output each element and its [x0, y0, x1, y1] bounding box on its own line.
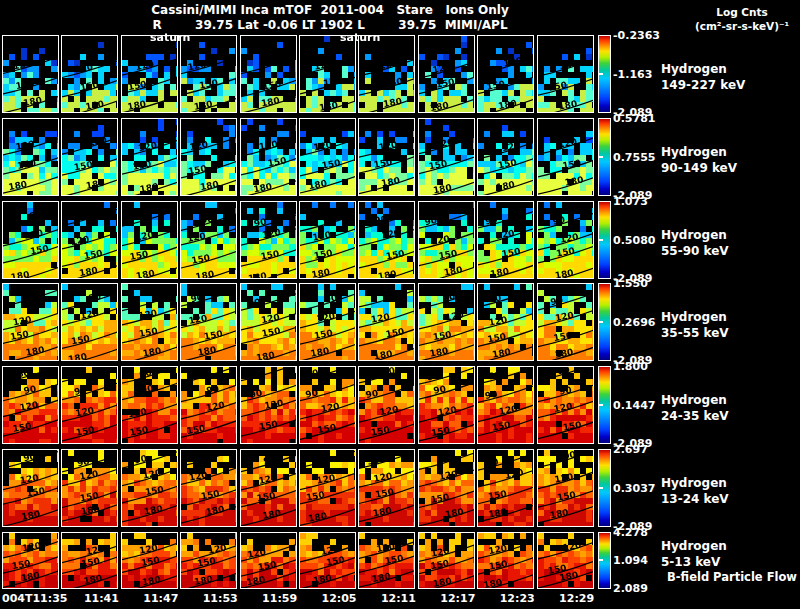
spectrogram-panel [477, 283, 534, 361]
spectrogram-panel [537, 449, 594, 527]
energy-range-label: 55-90 keV [661, 243, 729, 259]
spectrogram-panel [299, 118, 356, 196]
colorbar [598, 366, 611, 444]
spectrogram-panel [121, 449, 178, 527]
spectrogram-panel [61, 35, 118, 113]
bfield-particle-flow-label: B-field Particle Flow [667, 570, 797, 584]
species-label: Hydrogen [661, 309, 729, 325]
colorbar-mid-label: -1.163 [613, 68, 652, 81]
time-tick-label: 12:29 [547, 592, 606, 605]
spectrogram-panel [418, 283, 475, 361]
saturn-annotation-right: saturn [340, 31, 380, 44]
colorbar-max-label: 1.800 [613, 360, 648, 373]
spectrogram-panel [240, 201, 297, 279]
colorbar-mid-label: 0.7555 [613, 150, 655, 163]
spectrogram-row: 0.57810.7555-2.089Hydrogen90-149 keV [0, 118, 800, 196]
energy-channel-label: Hydrogen24-35 keV [661, 392, 729, 424]
colorbar-mid-label: 1.094 [613, 554, 648, 567]
time-tick-label: 11:53 [191, 592, 250, 605]
colorbar [598, 118, 611, 196]
energy-channel-label: Hydrogen35-55 keV [661, 309, 729, 341]
spectrogram-panel [2, 201, 59, 279]
spectrogram-panel [537, 118, 594, 196]
spectrogram-panel [418, 532, 475, 589]
spectrogram-panel [121, 118, 178, 196]
spectrogram-panel [299, 449, 356, 527]
spectrogram-panel [477, 201, 534, 279]
spectrogram-panel [418, 35, 475, 113]
energy-range-label: 35-55 keV [661, 325, 729, 341]
spectrogram-panel [299, 35, 356, 113]
spectrogram-panel [418, 366, 475, 444]
spectrogram-panel [477, 35, 534, 113]
time-tick-label: 004T11:35 [2, 592, 72, 605]
time-tick-label: 11:47 [131, 592, 190, 605]
species-label: Hydrogen [661, 144, 737, 160]
spectrogram-row: 1.8000.1447-2.089Hydrogen24-35 keV [0, 366, 800, 444]
energy-range-label: 90-149 keV [661, 160, 737, 176]
species-label: Hydrogen [661, 475, 729, 491]
colorbar-max-label: 1.550 [613, 278, 648, 291]
colorbar-mid-tick [599, 404, 603, 406]
colorbar-max-label: 1.073 [613, 195, 648, 208]
spectrogram-panel [180, 201, 237, 279]
spectrogram-panel [537, 35, 594, 113]
spectrogram-panel [2, 532, 59, 589]
energy-range-label: 24-35 keV [661, 408, 729, 424]
spectrogram-panel [537, 283, 594, 361]
spectrogram-panel [2, 283, 59, 361]
spectrogram-panel [358, 449, 415, 527]
spectrogram-panel [61, 449, 118, 527]
spectrogram-panel [121, 532, 178, 589]
spectrogram-panel [2, 366, 59, 444]
spectrogram-panel [299, 532, 356, 589]
colorbar-min-label: 2.089 [613, 582, 648, 595]
colorbar [598, 449, 611, 527]
spectrogram-row: -0.2363-1.163-2.089Hydrogen149-227 keV [0, 35, 800, 113]
colorbar-mid-label: 0.1447 [613, 399, 655, 412]
colorbar [598, 283, 611, 361]
colorbar [598, 35, 611, 113]
colorbar-mid-tick [599, 73, 603, 75]
legend-units: (cm²-sr-s-keV)⁻¹ [686, 19, 798, 33]
colorbar [598, 201, 611, 279]
spectrogram-panel [180, 118, 237, 196]
spectrogram-row: 1.0730.5080-2.089Hydrogen55-90 keV [0, 201, 800, 279]
time-tick-label: 12:11 [369, 592, 428, 605]
spectrogram-panel [299, 201, 356, 279]
spectrogram-panel [240, 532, 297, 589]
spectrogram-panel [240, 449, 297, 527]
spectrogram-panel [121, 201, 178, 279]
time-tick-label: 11:41 [72, 592, 131, 605]
species-label: Hydrogen [661, 61, 745, 77]
page-title: Cassini/MIMI Inca mTOF 2011-004 Stare Io… [0, 3, 660, 17]
cassini-mimi-plot: Cassini/MIMI Inca mTOF 2011-004 Stare Io… [0, 0, 800, 609]
spectrogram-panel [240, 35, 297, 113]
spectrogram-panel [537, 366, 594, 444]
spectrogram-panel [2, 35, 59, 113]
legend-title: Log Cnts [686, 5, 798, 19]
spectrogram-panel [240, 118, 297, 196]
energy-channel-label: Hydrogen90-149 keV [661, 144, 737, 176]
spectrogram-panel [537, 532, 594, 589]
spectrogram-row: 2.6970.3037-2.089Hydrogen13-24 keV [0, 449, 800, 527]
spectrogram-panel [2, 118, 59, 196]
spectrogram-panel [61, 366, 118, 444]
spectrogram-panel [358, 201, 415, 279]
spectrogram-panel [240, 366, 297, 444]
spectrogram-panel [358, 283, 415, 361]
energy-channel-label: Hydrogen13-24 keV [661, 475, 729, 507]
spectrogram-panel [61, 118, 118, 196]
page-subtitle: R 39.75 Lat -0.06 LT 1902 L 39.75 MIMI/A… [0, 18, 660, 32]
spectrogram-panel [121, 283, 178, 361]
colorbar-mid-tick [599, 156, 603, 158]
colorbar-mid-tick [599, 239, 603, 241]
colorbar-mid-tick [599, 559, 603, 561]
spectrogram-panel [61, 201, 118, 279]
spectrogram-panel [180, 449, 237, 527]
colorbar [598, 532, 611, 589]
colorbar-max-label: 4.278 [613, 526, 648, 539]
colorbar-mid-label: 0.5080 [613, 233, 655, 246]
spectrogram-panel [358, 35, 415, 113]
spectrogram-panel [477, 366, 534, 444]
